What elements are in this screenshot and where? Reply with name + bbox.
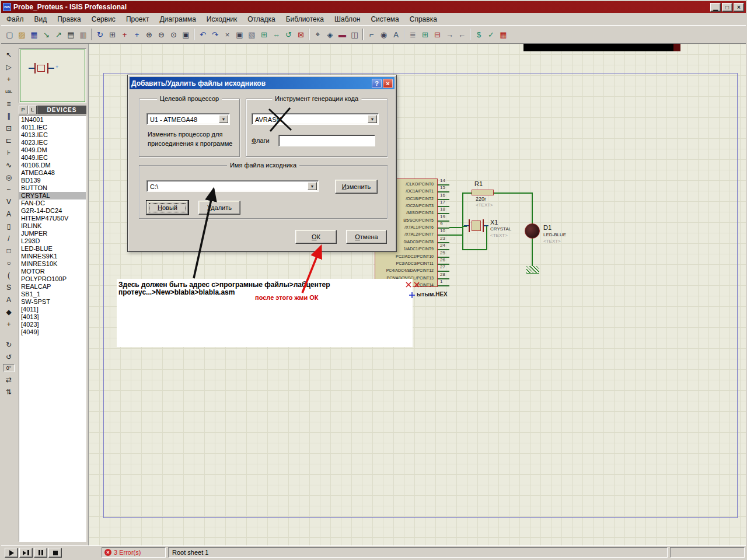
dialog-help-button[interactable]: ? xyxy=(372,79,382,88)
2d-path-mode-icon[interactable]: S xyxy=(2,281,15,293)
delete-button[interactable]: Удалить xyxy=(198,201,240,215)
make-device-icon[interactable]: ◈ xyxy=(324,28,336,41)
search-tags-icon[interactable]: ◉ xyxy=(378,28,390,41)
menu-source[interactable]: Исходник xyxy=(201,13,242,25)
device-item-jumper[interactable]: JUMPER xyxy=(19,230,86,237)
current-probe-mode-icon[interactable]: A xyxy=(2,208,15,220)
error-status[interactable]: × 3 Error(s) xyxy=(102,547,166,558)
netlist-to-ares-icon[interactable]: ▦ xyxy=(497,28,509,41)
zoom-area-icon[interactable]: ▣ xyxy=(180,28,192,41)
bus-mode-icon[interactable]: ∥ xyxy=(2,110,15,122)
electrical-rule-check-icon[interactable]: ✓ xyxy=(485,28,497,41)
2d-marker-mode-icon[interactable]: + xyxy=(2,318,15,330)
title-bar[interactable]: ISIS Probe_Proteus - ISIS Professional ▁… xyxy=(1,1,746,13)
dropdown-arrow-icon[interactable]: ▼ xyxy=(308,182,317,190)
stop-button[interactable] xyxy=(48,548,62,558)
device-item-crystal[interactable]: CRYSTAL xyxy=(19,192,86,200)
menu-file[interactable]: Файл xyxy=(1,13,29,25)
device-item-4013-iec[interactable]: 4013.IEC xyxy=(19,131,86,139)
device-item-4023-iec[interactable]: 4023.IEC xyxy=(19,139,86,146)
wire-segment[interactable] xyxy=(486,226,487,250)
cut-icon[interactable]: × xyxy=(221,28,233,41)
device-item-4011-iec[interactable]: 4011.IEC xyxy=(19,124,86,131)
wire-segment[interactable] xyxy=(462,249,487,250)
device-item-polypro100p[interactable]: POLYPRO100P xyxy=(19,275,86,283)
toggle-grid-icon[interactable]: ⊞ xyxy=(106,28,118,41)
dialog-title-bar[interactable]: Добавить/Удалить файлы исходников ? × xyxy=(130,77,395,89)
device-item-motor[interactable]: MOTOR xyxy=(19,268,86,275)
menu-system[interactable]: Система xyxy=(365,13,404,25)
crystal-x1-body[interactable] xyxy=(472,220,481,231)
packaging-tool-icon[interactable]: ▬ xyxy=(336,28,348,41)
new-sheet-icon[interactable]: ⊞ xyxy=(419,28,431,41)
dropdown-arrow-icon[interactable]: ▼ xyxy=(219,115,228,123)
block-move-icon[interactable]: ⇔ xyxy=(270,28,282,41)
terminal-mode-icon[interactable]: ⊏ xyxy=(2,134,15,146)
device-item-4049-dm[interactable]: 4049.DM xyxy=(19,146,86,154)
2d-text-mode-icon[interactable]: A xyxy=(2,293,15,306)
undo-icon[interactable]: ↶ xyxy=(197,28,209,41)
pan-display-icon[interactable]: + xyxy=(131,28,143,41)
ground-symbol[interactable] xyxy=(526,266,539,274)
menu-view[interactable]: Вид xyxy=(29,13,53,25)
device-item-button[interactable]: BUTTON xyxy=(19,184,86,192)
voltage-probe-mode-icon[interactable]: V xyxy=(2,195,15,208)
wire-segment[interactable] xyxy=(449,227,463,228)
device-item-sw-spst[interactable]: SW-SPST xyxy=(19,298,86,306)
processor-combo[interactable]: U1 - ATMEGA48 ▼ xyxy=(146,113,230,125)
junction-dot-mode-icon[interactable]: + xyxy=(2,73,15,85)
subcircuit-mode-icon[interactable]: ⊡ xyxy=(2,122,15,134)
device-item--4023-[interactable]: [4023] xyxy=(19,321,86,328)
ok-button[interactable]: ОК xyxy=(295,230,337,244)
open-design-icon[interactable]: ▨ xyxy=(16,28,28,41)
exit-to-parent-icon[interactable]: ← xyxy=(456,28,468,41)
wire-segment[interactable] xyxy=(462,192,472,194)
graph-mode-icon[interactable]: ∿ xyxy=(2,159,15,171)
maximize-button[interactable]: □ xyxy=(722,3,732,12)
rotate-clockwise-icon[interactable]: ↻ xyxy=(2,338,15,351)
menu-debug[interactable]: Отладка xyxy=(242,13,280,25)
device-item-minres9k1[interactable]: MINRES9K1 xyxy=(19,253,86,260)
remove-sheet-icon[interactable]: ⊟ xyxy=(431,28,444,41)
wire-segment[interactable] xyxy=(532,238,533,266)
selection-mode-icon[interactable]: ↖ xyxy=(2,48,15,61)
device-item-realcap[interactable]: REALCAP xyxy=(19,283,86,290)
pick-devices-button[interactable]: P xyxy=(19,106,27,114)
mirror-horizontal-icon[interactable]: ⇄ xyxy=(2,373,15,386)
save-design-icon[interactable]: ▦ xyxy=(28,28,40,41)
device-item-fan-dc[interactable]: FAN-DC xyxy=(19,200,86,207)
redraw-display-icon[interactable]: ↻ xyxy=(94,28,106,41)
virtual-instrument-mode-icon[interactable]: ▯ xyxy=(2,220,15,232)
2d-box-mode-icon[interactable]: □ xyxy=(2,244,15,257)
copy-icon[interactable]: ▣ xyxy=(233,28,246,41)
device-item-hitemp47u50v[interactable]: HITEMP47U50V xyxy=(19,215,86,222)
device-item--4049-[interactable]: [4049] xyxy=(19,328,86,336)
minimize-button[interactable]: ▁ xyxy=(710,3,721,12)
cancel-button[interactable]: Отмена xyxy=(346,230,387,244)
wire-segment[interactable] xyxy=(462,192,463,250)
2d-circle-mode-icon[interactable]: ○ xyxy=(2,257,15,269)
property-assignment-icon[interactable]: A xyxy=(390,28,402,41)
menu-help[interactable]: Справка xyxy=(404,13,442,25)
block-rotate-icon[interactable]: ↺ xyxy=(282,28,295,41)
print-design-icon[interactable]: ▤ xyxy=(65,28,77,41)
goto-sheet-icon[interactable]: → xyxy=(444,28,456,41)
tape-recorder-mode-icon[interactable]: ◎ xyxy=(2,171,15,183)
codegen-combo[interactable]: AVRASM ▼ xyxy=(252,113,379,125)
device-item-1n4001[interactable]: 1N4001 xyxy=(19,116,86,124)
device-item-atmega48[interactable]: ATMEGA48 xyxy=(19,169,86,177)
block-delete-icon[interactable]: ⊠ xyxy=(295,28,307,41)
wire-autorouter-icon[interactable]: ⌐ xyxy=(365,28,378,41)
device-item-minres10k[interactable]: MINRES10K xyxy=(19,260,86,268)
2d-arc-mode-icon[interactable]: ( xyxy=(2,269,15,281)
new-button[interactable]: Новый xyxy=(146,201,189,215)
design-explorer-icon[interactable]: ≣ xyxy=(407,28,419,41)
2d-symbol-mode-icon[interactable]: ◆ xyxy=(2,306,15,318)
import-section-icon[interactable]: ↘ xyxy=(40,28,53,41)
device-item-g2r-14-dc24[interactable]: G2R-14-DC24 xyxy=(19,207,86,215)
toggle-origin-icon[interactable]: + xyxy=(118,28,131,41)
mirror-vertical-icon[interactable]: ⇅ xyxy=(2,386,15,398)
wire-label-mode-icon[interactable]: LBL xyxy=(2,85,15,97)
device-item-l293d[interactable]: L293D xyxy=(19,237,86,245)
device-item-bd139[interactable]: BD139 xyxy=(19,177,86,184)
